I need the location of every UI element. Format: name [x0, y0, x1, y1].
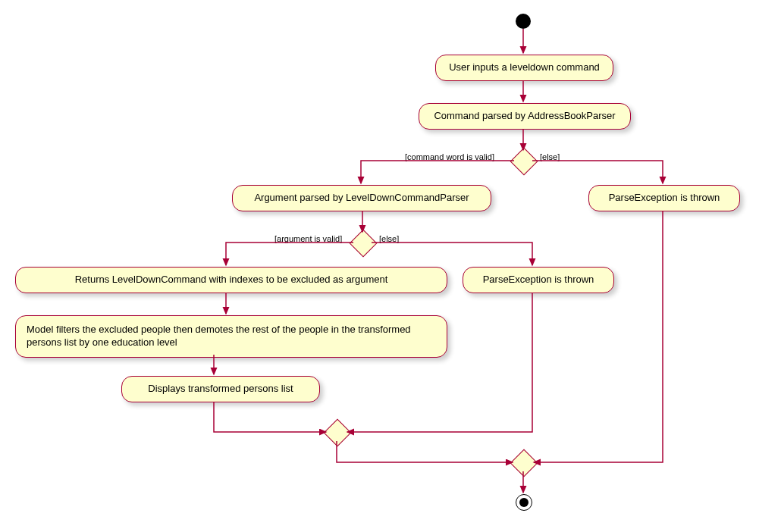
activity-text: ParseException is thrown	[483, 274, 594, 285]
activity-text: Command parsed by AddressBookParser	[434, 110, 615, 121]
merge-node-2	[510, 449, 538, 477]
decision-argument-valid	[350, 230, 378, 258]
activity-parse-exception-2: ParseException is thrown	[463, 267, 614, 293]
guard-else-1: [else]	[540, 152, 560, 161]
flow-arrows	[0, 0, 781, 532]
final-node	[516, 494, 532, 511]
activity-text: Returns LevelDownCommand with indexes to…	[75, 274, 388, 285]
activity-parse-exception-1: ParseException is thrown	[588, 185, 740, 211]
activity-addressbook-parser: Command parsed by AddressBookParser	[419, 103, 631, 130]
initial-node	[516, 14, 531, 29]
decision-command-valid	[510, 148, 538, 176]
guard-argument-valid: [argument is valid]	[274, 234, 342, 243]
activity-returns-command: Returns LevelDownCommand with indexes to…	[15, 267, 447, 293]
activity-text: Displays transformed persons list	[148, 383, 293, 394]
activity-user-input: User inputs a leveldown command	[435, 55, 613, 81]
activity-leveldown-parser: Argument parsed by LevelDownCommandParse…	[232, 185, 491, 211]
guard-command-valid: [command word is valid]	[405, 152, 494, 161]
activity-text: ParseException is thrown	[609, 192, 720, 203]
merge-node-1	[324, 419, 352, 447]
activity-text: User inputs a leveldown command	[449, 61, 600, 73]
activity-displays-list: Displays transformed persons list	[121, 376, 320, 402]
activity-model-filters: Model filters the excluded people then d…	[15, 315, 447, 358]
activity-text: Model filters the excluded people then d…	[27, 324, 411, 348]
guard-else-2: [else]	[379, 234, 399, 243]
activity-text: Argument parsed by LevelDownCommandParse…	[254, 192, 469, 203]
